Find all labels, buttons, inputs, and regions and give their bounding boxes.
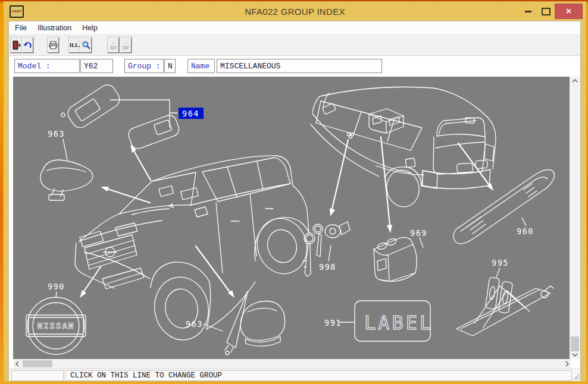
close-button[interactable]: ✕ [555,4,583,19]
part-label-995[interactable]: 995 [492,258,509,267]
menu-help[interactable]: Help [77,21,103,34]
model-value-box[interactable]: Y62 [80,59,113,73]
main-car-drawing [75,156,314,344]
maximize-button[interactable] [537,4,555,18]
field-row: Model : Y62 Group : N Name : MISCELLANEO… [9,56,580,77]
minimize-button[interactable] [519,4,537,18]
app-icon: FAST [10,5,24,18]
menu-illustration[interactable]: Illustration [32,21,77,34]
undo-button[interactable] [22,37,33,53]
rearview-mirror-drawing [40,139,93,200]
scroll-right-arrow-icon[interactable] [563,359,571,369]
group-prev-button[interactable]: ← Gr [108,37,119,53]
group-next-button[interactable]: → Gr [120,37,132,53]
horizontal-scrollbar[interactable] [13,359,571,369]
parcel-shelf-drawing [453,169,555,244]
app-window: FAST NFA022 GROUP INDEX ✕ File Illustrat… [3,1,587,382]
status-message-pane[interactable]: CLICK ON THIS LINE TO CHANGE GROUP [65,370,572,381]
status-bar: CLICK ON THIS LINE TO CHANGE GROUP [9,369,580,381]
part-label-960[interactable]: 960 [517,226,534,236]
zoom-button[interactable] [80,37,92,53]
group-prev-label: Gr [110,45,117,51]
title-bar: FAST NFA022 GROUP INDEX ✕ [4,2,586,21]
minimize-icon [525,11,531,12]
door-mirror-drawing [204,291,285,355]
scroll-down-arrow-icon[interactable] [570,351,580,359]
part-label-969[interactable]: 969 [410,228,427,238]
menu-file[interactable]: File [9,21,32,34]
part-label-963-visor-mirror[interactable]: 963 [48,129,65,139]
group-next-label: Gr [123,45,129,51]
toolbar: ILL. ← Gr → Gr [9,35,580,56]
parts-illustration: 963 964 990 963 998 991 969 960 995 LABE… [13,77,570,359]
horizontal-scroll-thumb[interactable] [23,360,52,367]
emblem-text: NISSAN [37,321,75,331]
print-button[interactable] [48,37,59,53]
part-label-998[interactable]: 998 [319,262,336,272]
illustration-canvas[interactable]: 963 964 990 963 998 991 969 960 995 LABE… [13,77,570,359]
status-pane-left [11,370,64,381]
illustration-list-label: ILL. [70,43,80,48]
print-icon [49,41,58,49]
scroll-up-arrow-icon[interactable] [570,77,580,85]
part-label-963-door-mirror[interactable]: 963 [186,319,203,329]
app-icon-text: FAST [12,10,21,13]
undo-icon [23,42,32,49]
part-label-964-selected[interactable]: 964 [182,109,199,118]
window-title: NFA022 GROUP INDEX [4,7,586,17]
illustration-list-button[interactable]: ILL. [69,37,80,53]
name-label-box: Name : [187,59,215,73]
status-message: CLICK ON THIS LINE TO CHANGE GROUP [70,372,222,380]
console-drawing [374,237,423,281]
rear-car-drawing [311,87,496,210]
window-content: File Illustration Help [8,21,581,379]
window-controls: ✕ [519,4,583,19]
close-icon: ✕ [565,7,571,15]
exit-button[interactable] [11,37,22,53]
group-value-box[interactable]: N [164,59,176,73]
name-value-box[interactable]: MISCELLANEOUS [217,59,382,73]
resize-grip[interactable] [572,373,580,380]
menu-bar: File Illustration Help [9,21,580,35]
vertical-scrollbar[interactable] [570,77,580,359]
jack-drawing [456,268,553,336]
exit-door-icon [12,40,21,50]
vertical-scroll-thumb[interactable] [571,336,579,351]
scroll-left-arrow-icon[interactable] [13,359,21,369]
part-label-990[interactable]: 990 [48,282,65,291]
maximize-icon [542,8,551,15]
work-area: 963 964 990 963 998 991 969 960 995 LABE… [9,77,580,381]
sun-visor-drawing [60,82,181,151]
label-plate-text: LABEL [364,311,433,334]
model-label-box: Model : [14,59,80,73]
part-label-991[interactable]: 991 [324,318,342,328]
illustration-line-art [26,82,555,355]
magnifier-icon [82,41,90,50]
group-label-box: Group : [124,59,164,73]
